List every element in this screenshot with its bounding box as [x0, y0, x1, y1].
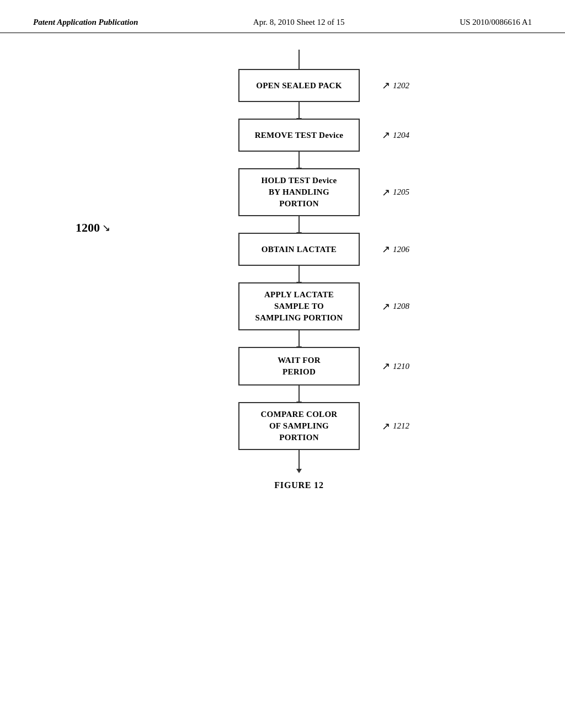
- ref-1208: ↗ 1208: [382, 301, 409, 313]
- step-1208-box: APPLY LACTATE SAMPLE TO SAMPLING PORTION: [238, 282, 360, 330]
- step-1210-box: WAIT FOR PERIOD: [238, 347, 360, 386]
- step-1212-label: COMPARE COLOR OF SAMPLING PORTION: [260, 409, 337, 443]
- arrow-3: [299, 216, 300, 233]
- date-sheet-label: Apr. 8, 2010 Sheet 12 of 15: [253, 18, 345, 27]
- step-1204-label: REMOVE TEST Device: [255, 131, 344, 140]
- page-header: Patent Application Publication Apr. 8, 2…: [0, 0, 565, 33]
- arrow-2: [299, 152, 300, 168]
- ref-1210: ↗ 1210: [382, 360, 409, 372]
- diagram-label: 1200 ↘: [76, 221, 110, 235]
- step-1205-box: HOLD TEST Device BY HANDLING PORTION: [238, 168, 360, 216]
- arrow-5: [299, 330, 300, 347]
- ref-1202: ↗ 1202: [382, 79, 409, 92]
- step-1205-label: HOLD TEST Device BY HANDLING PORTION: [262, 175, 337, 210]
- step-1206-box: OBTAIN LACTATE: [238, 233, 360, 266]
- publication-label: Patent Application Publication: [33, 18, 138, 27]
- step-1206-row: OBTAIN LACTATE ↗ 1206: [238, 233, 360, 266]
- main-content: 1200 ↘ OPEN SEALED PACK ↗ 1202 REMOVE TE…: [0, 33, 565, 490]
- step-1210-row: WAIT FOR PERIOD ↗ 1210: [238, 347, 360, 386]
- bottom-outgoing-arrow: [299, 450, 300, 469]
- step-1204-row: REMOVE TEST Device ↗ 1204: [238, 119, 360, 152]
- flowchart: 1200 ↘ OPEN SEALED PACK ↗ 1202 REMOVE TE…: [161, 50, 437, 490]
- arrow-6: [299, 386, 300, 402]
- ref-1206: ↗ 1206: [382, 243, 409, 255]
- step-1202-label: OPEN SEALED PACK: [256, 81, 342, 90]
- ref-1212: ↗ 1212: [382, 420, 409, 432]
- patent-number-label: US 2010/0086616 A1: [460, 18, 532, 27]
- step-1206-label: OBTAIN LACTATE: [262, 245, 337, 254]
- step-1202-box: OPEN SEALED PACK: [238, 69, 360, 102]
- step-1204-box: REMOVE TEST Device: [238, 119, 360, 152]
- step-1208-label: APPLY LACTATE SAMPLE TO SAMPLING PORTION: [255, 289, 343, 324]
- arrow-4: [299, 266, 300, 282]
- figure-caption: FIGURE 12: [274, 480, 323, 490]
- ref-1204: ↗ 1204: [382, 129, 409, 141]
- step-1202-row: OPEN SEALED PACK ↗ 1202: [238, 69, 360, 102]
- top-incoming-arrow: [299, 50, 300, 69]
- step-1205-row: HOLD TEST Device BY HANDLING PORTION ↗ 1…: [238, 168, 360, 216]
- step-1212-box: COMPARE COLOR OF SAMPLING PORTION: [238, 402, 360, 450]
- step-1210-label: WAIT FOR PERIOD: [278, 355, 321, 378]
- step-1212-row: COMPARE COLOR OF SAMPLING PORTION ↗ 1212: [238, 402, 360, 450]
- step-1208-row: APPLY LACTATE SAMPLE TO SAMPLING PORTION…: [238, 282, 360, 330]
- ref-1205: ↗ 1205: [382, 186, 409, 199]
- arrow-1: [299, 102, 300, 119]
